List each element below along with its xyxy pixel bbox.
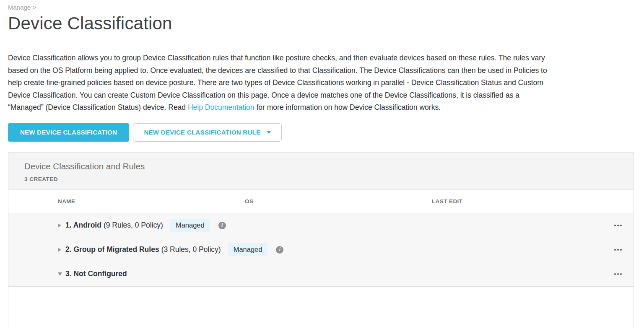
- row-actions-button[interactable]: [613, 222, 623, 229]
- managed-status-badge: Managed: [170, 219, 210, 232]
- column-header-name: NAME: [58, 198, 75, 205]
- new-rule-button-label: NEW DEVICE CLASSIFICATION RULE: [144, 129, 260, 136]
- panel-created-count: 3 CREATED: [24, 176, 634, 182]
- panel-header: Device Classification and Rules 3 CREATE…: [8, 153, 634, 190]
- row-name: 2. Group of Migrated Rules(3 Rules, 0 Po…: [65, 245, 221, 254]
- help-documentation-link[interactable]: Help Documentation: [188, 103, 254, 111]
- description-text-after: for more information on how Device Class…: [254, 103, 441, 111]
- panel-title: Device Classification and Rules: [24, 161, 634, 171]
- row-details: (3 Rules, 0 Policy): [161, 245, 221, 254]
- top-right-panel-edge: [540, 0, 644, 1]
- column-header-os: OS: [245, 198, 253, 205]
- table-row-group-of-migrated-rules[interactable]: 2. Group of Migrated Rules(3 Rules, 0 Po…: [8, 238, 634, 262]
- toolbar: NEW DEVICE CLASSIFICATION NEW DEVICE CLA…: [8, 123, 644, 142]
- table-row-not-configured[interactable]: 3. Not Configured: [8, 262, 634, 286]
- table-row-android[interactable]: 1. Android(9 Rules, 0 Policy) Managed: [8, 213, 634, 238]
- new-device-classification-button[interactable]: NEW DEVICE CLASSIFICATION: [8, 123, 129, 142]
- breadcrumb[interactable]: Manage >: [8, 4, 36, 11]
- row-name-bold: 1. Android: [65, 221, 101, 229]
- expanded-row-content: [8, 287, 634, 329]
- row-name-bold: 2. Group of Migrated Rules: [65, 245, 159, 254]
- column-header-last-edit: LAST EDIT: [432, 198, 462, 205]
- page-description: Device Classification allows you to grou…: [8, 52, 552, 114]
- table-header-row: NAME OS LAST EDIT: [8, 190, 634, 213]
- classification-panel: Device Classification and Rules 3 CREATE…: [8, 152, 634, 328]
- info-icon[interactable]: [218, 222, 226, 229]
- row-actions-button[interactable]: [613, 271, 623, 277]
- page-title: Device Classification: [8, 13, 644, 34]
- caret-down-icon: [267, 131, 271, 134]
- row-name: 1. Android(9 Rules, 0 Policy): [65, 221, 163, 230]
- row-actions-button[interactable]: [613, 246, 623, 253]
- row-name-bold: 3. Not Configured: [65, 269, 127, 278]
- expand-caret-icon[interactable]: [58, 223, 61, 228]
- collapse-caret-icon[interactable]: [58, 272, 62, 276]
- row-name: 3. Not Configured: [65, 269, 127, 278]
- info-icon[interactable]: [276, 246, 283, 254]
- page-content: Manage > Device Classification Device Cl…: [0, 0, 644, 328]
- expand-caret-icon[interactable]: [58, 248, 61, 252]
- row-details: (9 Rules, 0 Policy): [104, 221, 163, 229]
- table-body: 1. Android(9 Rules, 0 Policy) Managed 2.…: [8, 213, 634, 287]
- managed-status-badge: Managed: [228, 243, 268, 256]
- new-device-classification-rule-button[interactable]: NEW DEVICE CLASSIFICATION RULE: [133, 123, 282, 142]
